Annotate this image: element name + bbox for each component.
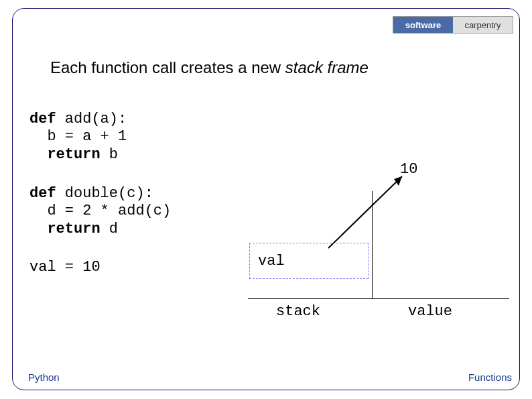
code-text: d = 2 * add(c) (29, 203, 171, 219)
arrow-icon (322, 171, 415, 251)
code-text: d (101, 221, 118, 237)
stack-var-label: val (258, 253, 285, 270)
code-text (29, 146, 47, 163)
stack-column-label: stack (276, 303, 320, 320)
kw-def: def (29, 111, 56, 127)
code-text: double(c): (56, 185, 153, 202)
svg-line-0 (328, 176, 402, 248)
logo-right: carpentry (453, 17, 513, 33)
stack-diagram: 10 val stack value (248, 161, 516, 315)
diagram-horizontal-line (248, 298, 509, 299)
code-text: b = a + 1 (29, 128, 127, 145)
code-block-1: def add(a): b = a + 1 return b (29, 111, 127, 164)
code-text: add(a): (56, 111, 127, 127)
code-text: val = 10 (29, 259, 101, 276)
logo: software carpentry (393, 16, 513, 34)
footer-left: Python (28, 372, 60, 383)
slide-title: Each function call creates a new stack f… (50, 58, 369, 77)
title-italic: stack frame (285, 58, 369, 76)
stack-frame-box: val (249, 243, 369, 279)
code-block-3: val = 10 (29, 259, 101, 276)
footer-right: Functions (468, 372, 512, 383)
code-text (29, 221, 47, 237)
kw-return: return (47, 221, 100, 237)
value-column-label: value (408, 303, 452, 320)
svg-marker-1 (394, 176, 402, 186)
kw-def: def (29, 185, 56, 202)
code-block-2: def double(c): d = 2 * add(c) return d (29, 185, 171, 238)
kw-return: return (47, 146, 100, 163)
title-prefix: Each function call creates a new (50, 58, 285, 76)
logo-left: software (393, 17, 453, 33)
code-text: b (101, 146, 118, 163)
